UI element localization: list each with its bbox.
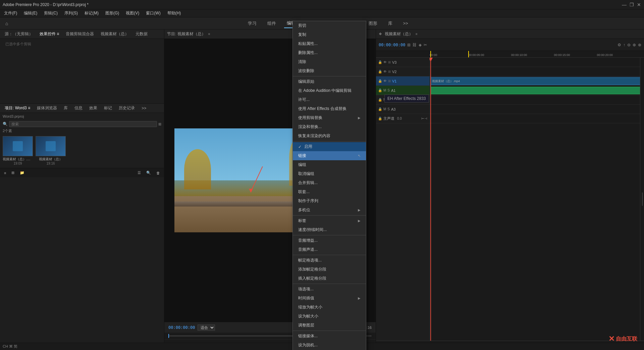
nav-graphics[interactable]: 图形 (366, 19, 380, 28)
ctx-label[interactable]: 标签▶ (293, 216, 366, 225)
track-sync-v1[interactable]: ⊞ (388, 79, 391, 83)
ctx-clear[interactable]: 清除 (293, 57, 366, 66)
ctx-ripple-delete[interactable]: 波纹删除 (293, 66, 366, 75)
nav-components[interactable]: 组件 (265, 19, 279, 28)
new-bin-icon[interactable]: ≡ (3, 170, 7, 176)
track-eye-v2[interactable]: 👁 (383, 70, 387, 73)
timeline-timecode[interactable]: 00:00:00:00 (379, 43, 405, 47)
track-lock-v1[interactable]: 🔒 (378, 79, 382, 83)
track-eye-v3[interactable]: 👁 (383, 60, 387, 64)
home-icon[interactable]: ⌂ (3, 19, 11, 27)
track-lock-a3[interactable]: 🔒 (378, 107, 382, 111)
menu-marker[interactable]: 标记(M) (82, 10, 101, 17)
track-eye-v1[interactable]: 👁 (383, 79, 387, 83)
search-input[interactable] (9, 121, 157, 127)
more-tabs[interactable]: >> (140, 105, 148, 111)
grid-view-icon[interactable]: ⊞ (158, 122, 161, 126)
track-mute-a1[interactable]: M (383, 89, 386, 92)
ctx-restore-unrendered[interactable]: 恢复未渲染的内容 (293, 131, 366, 140)
audio-clip-a1[interactable] (430, 87, 643, 94)
ctx-add-frame-hold[interactable]: 添加帧定格分段 (293, 265, 366, 274)
ctx-make-subsequence[interactable]: 制作子序列 (293, 196, 366, 206)
source-tab[interactable]: 源：（无剪辑） (3, 31, 35, 38)
ctx-link[interactable]: 链接 ↖ (293, 151, 366, 160)
nav-more[interactable]: >> (400, 19, 411, 27)
markers-tab[interactable]: 标记 (102, 105, 114, 112)
ctx-link-media[interactable]: 链接媒体... (293, 332, 366, 341)
menu-edit[interactable]: 编辑(E) (21, 10, 40, 17)
ctx-license[interactable]: 许可... (293, 95, 366, 104)
minimize-button[interactable]: — (622, 2, 627, 7)
ctx-merge-clip[interactable]: 合并剪辑... (293, 178, 366, 187)
close-button[interactable]: ✕ (637, 2, 641, 7)
delete-icon[interactable]: 🗑 (155, 170, 161, 176)
menu-file[interactable]: 文件(F) (1, 10, 20, 17)
tl-tool-razor[interactable]: ✂ (424, 43, 427, 47)
ctx-set-to-frame-size[interactable]: 设为帧大小 (293, 312, 366, 321)
ctx-speed-duration[interactable]: 速度/持续时间... (293, 225, 366, 234)
nav-learn[interactable]: 学习 (245, 19, 259, 28)
folder-icon[interactable]: 📁 (18, 170, 26, 176)
track-lock-v3[interactable]: 🔒 (378, 60, 382, 64)
ctx-multicam[interactable]: 多机位▶ (293, 206, 366, 215)
menu-window[interactable]: 窗口(W) (143, 10, 163, 17)
ctx-enable[interactable]: ✓启用 (293, 142, 366, 151)
ctx-paste-attrs[interactable]: 粘贴属性... (293, 39, 366, 48)
ctx-time-interp[interactable]: 时间插值▶ (293, 294, 366, 303)
effects-tab[interactable]: 效果 (87, 105, 99, 112)
track-lock-a2[interactable]: 🔒 (378, 98, 382, 102)
ctx-edit-audition[interactable]: 在 Adobe Audition 中编辑剪辑 (293, 86, 366, 95)
maximize-button[interactable]: ❐ (629, 2, 634, 7)
tl-lift-icon[interactable]: ↑ (623, 43, 625, 47)
track-sync-v2[interactable]: ⊞ (388, 70, 391, 73)
ctx-render-replace[interactable]: 渲染和替换... (293, 122, 366, 131)
new-item-icon[interactable]: ⊞ (10, 170, 16, 176)
tl-tool-mark[interactable]: ◈ (419, 43, 422, 47)
tl-tool-snap[interactable]: ⊞ (407, 43, 411, 47)
track-sync-v3[interactable]: ⊞ (388, 60, 391, 64)
track-lock-a1[interactable]: 🔒 (378, 89, 382, 92)
menu-clip[interactable]: 剪辑(C) (41, 10, 60, 17)
menu-help[interactable]: 帮助(H) (165, 10, 184, 17)
tl-overwrite-icon[interactable]: ⊗ (638, 43, 641, 47)
tl-settings-icon[interactable]: ⚙ (618, 43, 621, 47)
nav-library[interactable]: 库 (385, 19, 395, 28)
video-src-tab[interactable]: 视频素材（总） (99, 31, 131, 38)
metadata-tab[interactable]: 元数据 (133, 31, 150, 38)
history-tab[interactable]: 历史记录 (117, 105, 137, 112)
asset-item-1[interactable]: 视频素材（总）.mp4 19:09 (3, 136, 33, 165)
ctx-copy[interactable]: 复制 (293, 30, 366, 39)
ctx-make-offline[interactable]: 设为脱机... (293, 341, 366, 350)
ctx-field-options[interactable]: 场选项... (293, 285, 366, 294)
info-tab[interactable]: 信息 (72, 105, 85, 112)
ctx-edit-original[interactable]: 编辑原始 (293, 77, 366, 86)
ctx-ae-replace[interactable]: 使用 After Effects 合成替换 (293, 104, 366, 113)
tl-extract-icon[interactable]: ⊖ (627, 43, 631, 47)
ctx-frame-hold-options[interactable]: 帧定格选项... (293, 256, 366, 265)
ctx-clip-replace[interactable]: 使用剪辑替换▶ (293, 113, 366, 122)
track-lock-v2[interactable]: 🔒 (378, 70, 382, 73)
video-clip-v1[interactable]: 视频素材（总）.mp4 (430, 77, 643, 85)
track-solo-a3[interactable]: S (387, 107, 390, 111)
ctx-scale-to-frame[interactable]: 缩放为帧大小 (293, 303, 366, 312)
ctx-audio-channels[interactable]: 音频声道... (293, 245, 366, 254)
project-tab[interactable]: 项目: Word3 ≡ (3, 105, 32, 112)
ctx-adjustment-layer[interactable]: 调整图层 (293, 321, 366, 330)
asset-item-2[interactable]: 视频素材（总） 19:16 (36, 136, 66, 165)
ctx-cut[interactable]: 剪切 (293, 21, 366, 30)
search-icon-bottom[interactable]: 🔍 (145, 170, 152, 176)
ctx-nest[interactable]: 联套... (293, 187, 366, 196)
effect-controls-tab[interactable]: 效果控件 ≡ (38, 31, 61, 38)
ctx-insert-frame-hold[interactable]: 插入帧定格分段 (293, 274, 366, 283)
track-solo-a1[interactable]: S (387, 89, 390, 92)
track-mute-a3[interactable]: M (383, 107, 386, 111)
ctx-group[interactable]: 编组 (293, 160, 366, 169)
menu-graphics[interactable]: 图形(G) (103, 10, 122, 17)
tl-insert-icon[interactable]: ⊕ (633, 43, 636, 47)
fit-select[interactable]: 适合 (198, 325, 215, 331)
ctx-audio-gain[interactable]: 音频增益... (293, 236, 366, 245)
list-view-icon[interactable]: ☰ (136, 170, 142, 176)
menu-sequence[interactable]: 序列(S) (62, 10, 80, 17)
audio-mixer-tab[interactable]: 音频剪辑混合器 (64, 31, 96, 38)
ctx-ungroup[interactable]: 取消编组 (293, 169, 366, 178)
